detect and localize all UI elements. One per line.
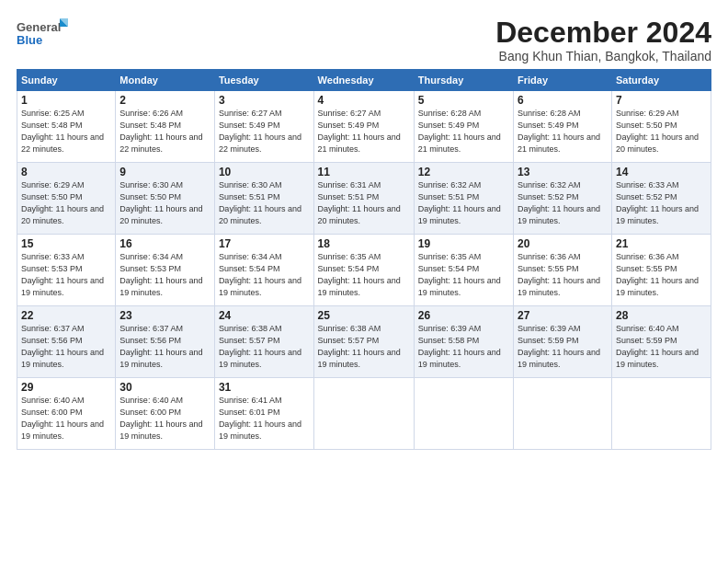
page-subtitle: Bang Khun Thian, Bangkok, Thailand [495,49,711,63]
page: General Blue December 2024 Bang Khun Thi… [0,0,728,563]
table-row: 5Sunrise: 6:28 AMSunset: 5:49 PMDaylight… [414,91,513,163]
table-row: 8Sunrise: 6:29 AMSunset: 5:50 PMDaylight… [17,163,116,235]
table-row: 10Sunrise: 6:30 AMSunset: 5:51 PMDayligh… [214,163,313,235]
header: General Blue December 2024 Bang Khun Thi… [17,17,711,63]
table-row: 1Sunrise: 6:25 AMSunset: 5:48 PMDaylight… [17,91,116,163]
table-row: 11Sunrise: 6:31 AMSunset: 5:51 PMDayligh… [313,163,414,235]
logo-svg: General Blue [17,17,68,50]
table-row: 4Sunrise: 6:27 AMSunset: 5:49 PMDaylight… [313,91,414,163]
table-row: 29Sunrise: 6:40 AMSunset: 6:00 PMDayligh… [17,378,116,450]
table-row: 19Sunrise: 6:35 AMSunset: 5:54 PMDayligh… [414,235,513,306]
table-row: 30Sunrise: 6:40 AMSunset: 6:00 PMDayligh… [116,378,215,450]
page-title: December 2024 [495,17,711,49]
table-row: 20Sunrise: 6:36 AMSunset: 5:55 PMDayligh… [514,235,612,306]
title-section: December 2024 Bang Khun Thian, Bangkok, … [495,17,711,63]
table-row: 7Sunrise: 6:29 AMSunset: 5:50 PMDaylight… [611,91,711,163]
table-row: 15Sunrise: 6:33 AMSunset: 5:53 PMDayligh… [17,235,116,306]
table-row [414,378,513,450]
svg-text:Blue: Blue [17,33,42,47]
table-row: 23Sunrise: 6:37 AMSunset: 5:56 PMDayligh… [116,306,215,378]
table-row: 14Sunrise: 6:33 AMSunset: 5:52 PMDayligh… [611,163,711,235]
header-wednesday: Wednesday [313,70,414,91]
table-row: 26Sunrise: 6:39 AMSunset: 5:58 PMDayligh… [414,306,513,378]
header-monday: Monday [116,70,215,91]
calendar-header-row: Sunday Monday Tuesday Wednesday Thursday… [17,70,711,91]
table-row: 6Sunrise: 6:28 AMSunset: 5:49 PMDaylight… [514,91,612,163]
table-row: 28Sunrise: 6:40 AMSunset: 5:59 PMDayligh… [611,306,711,378]
table-row: 13Sunrise: 6:32 AMSunset: 5:52 PMDayligh… [514,163,612,235]
table-row: 17Sunrise: 6:34 AMSunset: 5:54 PMDayligh… [214,235,313,306]
table-row [313,378,414,450]
table-row: 2Sunrise: 6:26 AMSunset: 5:48 PMDaylight… [116,91,215,163]
table-row: 31Sunrise: 6:41 AMSunset: 6:01 PMDayligh… [214,378,313,450]
table-row: 22Sunrise: 6:37 AMSunset: 5:56 PMDayligh… [17,306,116,378]
table-row: 16Sunrise: 6:34 AMSunset: 5:53 PMDayligh… [116,235,215,306]
header-thursday: Thursday [414,70,513,91]
header-tuesday: Tuesday [214,70,313,91]
table-row: 3Sunrise: 6:27 AMSunset: 5:49 PMDaylight… [214,91,313,163]
table-row: 25Sunrise: 6:38 AMSunset: 5:57 PMDayligh… [313,306,414,378]
table-row [611,378,711,450]
table-row: 9Sunrise: 6:30 AMSunset: 5:50 PMDaylight… [116,163,215,235]
table-row [514,378,612,450]
header-friday: Friday [514,70,612,91]
table-row: 12Sunrise: 6:32 AMSunset: 5:51 PMDayligh… [414,163,513,235]
svg-text:General: General [17,20,61,34]
table-row: 24Sunrise: 6:38 AMSunset: 5:57 PMDayligh… [214,306,313,378]
calendar-table: Sunday Monday Tuesday Wednesday Thursday… [17,69,711,450]
table-row: 18Sunrise: 6:35 AMSunset: 5:54 PMDayligh… [313,235,414,306]
table-row: 27Sunrise: 6:39 AMSunset: 5:59 PMDayligh… [514,306,612,378]
table-row: 21Sunrise: 6:36 AMSunset: 5:55 PMDayligh… [611,235,711,306]
header-sunday: Sunday [17,70,116,91]
header-saturday: Saturday [611,70,711,91]
logo: General Blue [17,17,68,50]
